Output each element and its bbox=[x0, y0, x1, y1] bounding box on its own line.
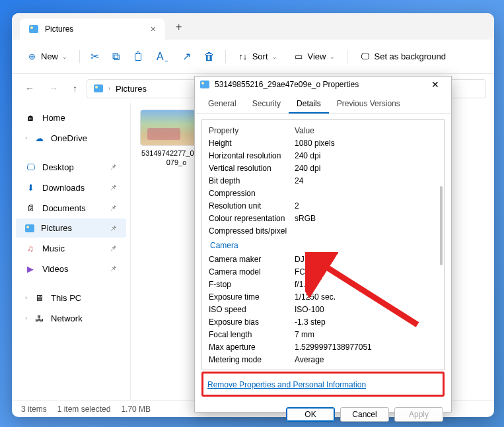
document-icon: 📄︎ bbox=[25, 203, 36, 213]
sidebar-label: Home bbox=[42, 113, 65, 123]
trash-icon: 🗑︎ bbox=[204, 51, 215, 63]
forward-button[interactable]: → bbox=[44, 81, 63, 96]
share-button[interactable]: ↗ bbox=[177, 46, 196, 67]
prop-key: Compressed bits/pixel bbox=[209, 226, 295, 236]
prop-key: Metering mode bbox=[209, 355, 295, 364]
tab-details[interactable]: Details bbox=[289, 95, 329, 114]
tab-general[interactable]: General bbox=[200, 95, 244, 114]
up-button[interactable]: ↑ bbox=[67, 81, 83, 96]
prop-value: 24 bbox=[295, 176, 437, 185]
properties-list[interactable]: PropertyValue Height1080 pixels Horizont… bbox=[201, 119, 445, 370]
close-button[interactable]: ✕ bbox=[425, 77, 446, 92]
cancel-button[interactable]: Cancel bbox=[340, 407, 389, 422]
sidebar-item-documents[interactable]: 📄︎Documents📌︎ bbox=[16, 198, 126, 218]
dialog-body: PropertyValue Height1080 pixels Horizont… bbox=[195, 114, 451, 402]
prop-row[interactable]: Compression bbox=[209, 187, 437, 199]
prop-row[interactable]: ISO speedISO-100 bbox=[209, 303, 437, 315]
chevron-right-icon: › bbox=[25, 135, 27, 141]
tab-title: Pictures bbox=[45, 24, 73, 34]
ok-button[interactable]: OK bbox=[286, 407, 335, 422]
prop-value: sRGB bbox=[295, 214, 437, 223]
prop-row[interactable]: Exposure bias-1.3 step bbox=[209, 315, 437, 328]
prop-row[interactable]: Camera modelFC3582 bbox=[209, 265, 437, 278]
cut-button[interactable]: ✂ bbox=[85, 46, 104, 67]
sidebar-item-home[interactable]: 🏠︎Home bbox=[16, 108, 126, 127]
prop-row[interactable]: Metering modeAverage bbox=[209, 353, 437, 366]
dialog-buttons: OK Cancel Apply bbox=[195, 402, 451, 427]
set-background-button[interactable]: 🖵 Set as background bbox=[353, 48, 452, 66]
back-button[interactable]: ← bbox=[20, 81, 40, 96]
prop-key: Resolution unit bbox=[209, 201, 295, 211]
prop-row[interactable]: Vertical resolution240 dpi bbox=[209, 162, 437, 174]
sidebar-item-desktop[interactable]: 🖵Desktop📌︎ bbox=[16, 157, 126, 177]
sidebar-item-downloads[interactable]: ⬇Downloads📌︎ bbox=[16, 178, 126, 197]
pictures-icon bbox=[94, 84, 103, 92]
prop-section-camera: Camera bbox=[209, 237, 437, 253]
desktop-icon: 🖵 bbox=[359, 51, 370, 62]
sidebar-item-network[interactable]: ›🖧︎Network bbox=[16, 308, 126, 328]
tab-pictures[interactable]: Pictures × bbox=[20, 18, 165, 40]
image-thumbnail bbox=[140, 110, 196, 146]
rename-icon: Aˍ bbox=[157, 50, 169, 63]
tab-previous-versions[interactable]: Previous Versions bbox=[329, 95, 408, 114]
copy-icon: ⧉ bbox=[112, 51, 120, 63]
plus-circle-icon: ⊕ bbox=[26, 51, 37, 62]
prop-key: Colour representation bbox=[209, 214, 295, 223]
sort-button[interactable]: ↑↓ Sort ⌄ bbox=[231, 48, 284, 66]
prop-row[interactable]: Exposure time1/1250 sec. bbox=[209, 290, 437, 303]
prop-row[interactable]: Height1080 pixels bbox=[209, 137, 437, 149]
prop-value: 2 bbox=[295, 201, 437, 211]
dialog-titlebar[interactable]: 53149855216_29ae47e09e_o Properties ✕ bbox=[195, 77, 451, 92]
prop-row[interactable]: Horizontal resolution240 dpi bbox=[209, 149, 437, 162]
prop-row[interactable]: Focal length7 mm bbox=[209, 328, 437, 341]
prop-key: Horizontal resolution bbox=[209, 151, 295, 160]
prop-value: 1.5299997138977051 bbox=[295, 343, 437, 352]
sidebar-item-videos[interactable]: ▶Videos📌︎ bbox=[16, 259, 126, 279]
sidebar-item-music[interactable]: ♫Music📌︎ bbox=[16, 238, 126, 258]
new-tab-button[interactable]: + bbox=[165, 15, 192, 40]
desktop-icon: 🖵 bbox=[25, 162, 36, 172]
view-icon: ▭ bbox=[293, 51, 304, 62]
rename-button[interactable]: Aˍ bbox=[151, 46, 174, 67]
pin-icon: 📌︎ bbox=[110, 163, 117, 171]
prop-key: Vertical resolution bbox=[209, 164, 295, 173]
properties-dialog: 53149855216_29ae47e09e_o Properties ✕ Ge… bbox=[194, 76, 452, 412]
toolbar: ⊕ New ⌄ ✂ ⧉ 📋︎ Aˍ ↗ 🗑︎ ↑↓ Sort ⌄ ▭ View … bbox=[12, 40, 494, 74]
sidebar-item-onedrive[interactable]: ›☁OneDrive bbox=[16, 128, 126, 148]
status-item-count: 3 items bbox=[21, 405, 47, 414]
prop-key: Bit depth bbox=[209, 176, 295, 185]
prop-key: Compression bbox=[209, 189, 295, 198]
properties-header: PropertyValue bbox=[209, 124, 437, 137]
prop-row[interactable]: F-stopf/1.7 bbox=[209, 278, 437, 290]
tab-security[interactable]: Security bbox=[244, 95, 289, 114]
prop-value: -1.3 step bbox=[295, 317, 437, 327]
paste-button[interactable]: 📋︎ bbox=[127, 47, 149, 67]
prop-row[interactable]: Bit depth24 bbox=[209, 174, 437, 187]
breadcrumb-location: Pictures bbox=[116, 84, 147, 94]
remove-properties-link[interactable]: Remove Properties and Personal Informati… bbox=[206, 375, 367, 393]
prop-key: F-stop bbox=[209, 280, 295, 289]
prop-row[interactable]: Resolution unit2 bbox=[209, 199, 437, 212]
delete-button[interactable]: 🗑︎ bbox=[199, 47, 220, 67]
apply-button[interactable]: Apply bbox=[394, 407, 443, 422]
share-icon: ↗ bbox=[182, 50, 191, 63]
prop-key: ISO speed bbox=[209, 305, 295, 314]
music-icon: ♫ bbox=[25, 243, 36, 253]
sidebar-label: OneDrive bbox=[51, 133, 87, 143]
view-button[interactable]: ▭ View ⌄ bbox=[287, 48, 342, 66]
prop-row[interactable]: Colour representationsRGB bbox=[209, 212, 437, 224]
copy-button[interactable]: ⧉ bbox=[107, 47, 125, 67]
prop-key: Focal length bbox=[209, 330, 295, 339]
prop-row[interactable]: Compressed bits/pixel bbox=[209, 224, 437, 237]
sidebar-item-pictures[interactable]: Pictures📌︎ bbox=[16, 218, 126, 238]
prop-row[interactable]: Camera makerDJI bbox=[209, 253, 437, 265]
close-tab-icon[interactable]: × bbox=[151, 24, 156, 34]
new-button[interactable]: ⊕ New ⌄ bbox=[20, 48, 74, 66]
sidebar-item-thispc[interactable]: ›🖥︎This PC bbox=[16, 288, 126, 308]
prop-value: Average bbox=[295, 355, 437, 364]
chevron-down-icon: ⌄ bbox=[62, 53, 67, 60]
prop-value bbox=[295, 226, 437, 236]
prop-key: Exposure bias bbox=[209, 317, 295, 327]
scrollbar-thumb[interactable] bbox=[440, 186, 443, 265]
prop-row[interactable]: Max aperture1.5299997138977051 bbox=[209, 341, 437, 353]
